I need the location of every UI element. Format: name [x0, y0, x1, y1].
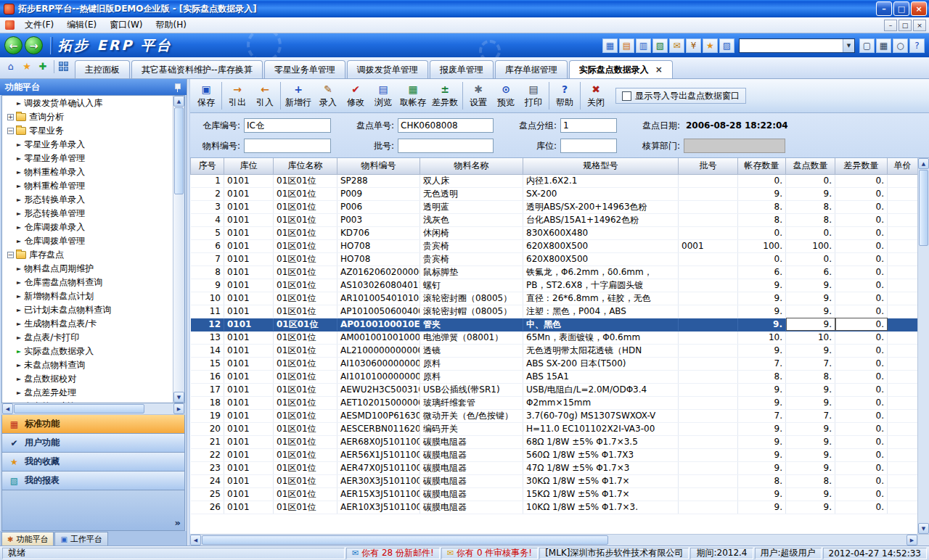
grid-cell[interactable]: [888, 487, 918, 501]
grid-cell[interactable]: 0.: [835, 422, 888, 435]
grid-cell[interactable]: 碳膜电阻器: [420, 461, 523, 474]
table-row[interactable]: 23010101区01位AER47X0J5101100碳膜电阻器47Ω 1/8W…: [191, 461, 918, 474]
grid-cell[interactable]: [888, 200, 918, 213]
tree-item[interactable]: ►新增物料盘点计划: [2, 289, 173, 303]
grid-cell[interactable]: P006: [337, 200, 420, 213]
grid-cell[interactable]: 电池弹簧（08001）: [420, 331, 523, 344]
tree-item[interactable]: ►未盘点物料查询: [2, 358, 173, 372]
grid-cell[interactable]: 01区01位: [274, 474, 337, 487]
tree-item[interactable]: ►仓库需盘点物料查询: [2, 276, 173, 289]
grid-cell[interactable]: 01区01位: [274, 501, 337, 514]
grid-cell[interactable]: 10.: [738, 331, 786, 344]
expander-icon[interactable]: −: [7, 252, 14, 258]
grid-cell[interactable]: 滚轮密封圈（08005）: [420, 292, 523, 305]
grid-cell[interactable]: 透明ABS/SX-200+14963色粉: [523, 200, 679, 213]
tree-item[interactable]: ►零星业务单管理: [2, 152, 173, 165]
grid-cell[interactable]: [888, 383, 918, 396]
menu-item-编辑(E)[interactable]: 编辑(E): [60, 17, 103, 33]
table-row[interactable]: 17010101区01位AEWU2H3C5003100USB公插线(带SR1)U…: [191, 383, 918, 396]
grid-view-icon[interactable]: [59, 62, 69, 72]
tree-item[interactable]: ►物料重检单管理: [2, 179, 173, 193]
grid-cell[interactable]: 0.: [835, 213, 888, 226]
grid-cell[interactable]: [888, 344, 918, 357]
grid-cell[interactable]: 830X600X480: [523, 226, 679, 239]
grid-cell[interactable]: 15: [191, 357, 224, 370]
grid-cell[interactable]: AL2100000000000: [337, 344, 420, 357]
grid-cell[interactable]: 鼠标脚垫: [420, 265, 523, 279]
grid-cell[interactable]: 9.: [738, 396, 786, 409]
grid-cell[interactable]: 8.: [786, 370, 835, 383]
grid-cell[interactable]: 9.: [786, 344, 835, 357]
tree-item[interactable]: ►盘点表/卡打印: [2, 331, 173, 345]
grid-cell[interactable]: 4: [191, 213, 224, 226]
tree-item[interactable]: +查询分析: [2, 110, 173, 124]
scroll-right-icon[interactable]: ▶: [907, 535, 917, 545]
toolbar-button-close-form[interactable]: ✖关闭: [582, 81, 610, 112]
grid-cell[interactable]: 螺钉: [420, 279, 523, 292]
grid-cell[interactable]: 9.: [738, 344, 786, 357]
grid-cell[interactable]: 12: [191, 318, 224, 331]
grid-cell[interactable]: 0.: [786, 226, 835, 239]
grid-cell[interactable]: 9.: [738, 279, 786, 292]
grid-cell[interactable]: HO708: [337, 252, 420, 265]
grid-cell[interactable]: AER15X3J5101100: [337, 487, 420, 501]
grid-cell[interactable]: 7.: [786, 357, 835, 370]
table-row[interactable]: 21010101区01位AER68X0J5101100碳膜电阻器68Ω 1/8W…: [191, 435, 918, 448]
grid-cell[interactable]: [679, 501, 738, 514]
table-row[interactable]: 22010101区01位AER56X1J5101100碳膜电阻器560Ω 1/8…: [191, 448, 918, 461]
combo-dropdown-icon[interactable]: ▼: [843, 39, 854, 52]
grid-column-header[interactable]: 库位: [224, 158, 274, 174]
tree-item[interactable]: ►已计划未盘点物料查询: [2, 303, 173, 317]
grid-cell[interactable]: 30KΩ 1/8W ±5% Φ1.7×: [523, 474, 679, 487]
mdi-system-icon[interactable]: [5, 20, 15, 30]
toolbar-button-difference[interactable]: ±差异数: [429, 81, 461, 112]
grid-cell[interactable]: 100.: [738, 239, 786, 252]
material-input[interactable]: [244, 139, 331, 153]
grid-cell[interactable]: 01区01位: [274, 213, 337, 226]
grid-cell[interactable]: 11: [191, 305, 224, 318]
grid-cell[interactable]: 0.: [786, 174, 835, 187]
grid-cell[interactable]: 0.: [738, 174, 786, 187]
grid-cell[interactable]: [679, 200, 738, 213]
grid-cell[interactable]: AESCERBN0116200: [337, 422, 420, 435]
grid-cell[interactable]: 0101: [224, 435, 274, 448]
grid-cell[interactable]: SP288: [337, 174, 420, 187]
menu-item-窗口(W)[interactable]: 窗口(W): [103, 17, 149, 33]
grid-cell[interactable]: 0.: [835, 239, 888, 252]
tab-报废单管理[interactable]: 报废单管理: [430, 60, 494, 78]
grid-cell[interactable]: 26: [191, 501, 224, 514]
status-audit[interactable]: ✉ 你有 0 件审核事务!: [441, 548, 538, 559]
grid-cell[interactable]: 8.: [738, 200, 786, 213]
grid-cell[interactable]: 14: [191, 344, 224, 357]
grid-cell[interactable]: [679, 279, 738, 292]
grid-cell[interactable]: [888, 279, 918, 292]
maximize-button[interactable]: □: [893, 1, 909, 16]
minimize-button[interactable]: –: [876, 1, 892, 16]
grid-cell[interactable]: 9.: [786, 292, 835, 305]
grid-cell[interactable]: 0.: [835, 174, 888, 187]
grid-cell[interactable]: 碳膜电阻器: [420, 435, 523, 448]
grid-cell[interactable]: 0.: [835, 474, 888, 487]
grid-cell[interactable]: [679, 474, 738, 487]
grid-cell[interactable]: 9.: [786, 422, 835, 435]
tree-item[interactable]: ►实际盘点数据录入: [2, 345, 173, 358]
grid-cell[interactable]: P009: [337, 187, 420, 200]
grid-cell[interactable]: 3.7(60-70g) MS1307SWXOX-V: [523, 409, 679, 422]
grid-cell[interactable]: 0101: [224, 344, 274, 357]
grid-cell[interactable]: 9.: [738, 383, 786, 396]
grid-cell[interactable]: 6.: [786, 265, 835, 279]
tab-零星业务单管理[interactable]: 零星业务单管理: [264, 60, 345, 78]
scroll-right-icon[interactable]: ▶: [173, 403, 184, 414]
back-button[interactable]: ←: [4, 36, 22, 54]
grid-cell[interactable]: [888, 422, 918, 435]
tree-item[interactable]: ►物料盘点周期维护: [2, 262, 173, 276]
grid-cell[interactable]: 0.: [786, 252, 835, 265]
grid-cell[interactable]: 01区01位: [274, 331, 337, 344]
grid-cell[interactable]: 0101: [224, 461, 274, 474]
grid-cell[interactable]: 0101: [224, 487, 274, 501]
grid-cell[interactable]: 0101: [224, 187, 274, 200]
panel-我的收藏[interactable]: ★我的收藏: [1, 453, 185, 472]
grid-cell[interactable]: [679, 344, 738, 357]
table-row[interactable]: 3010101区01位P006透明蓝透明ABS/SX-200+14963色粉8.…: [191, 200, 918, 213]
grid-cell[interactable]: [888, 448, 918, 461]
